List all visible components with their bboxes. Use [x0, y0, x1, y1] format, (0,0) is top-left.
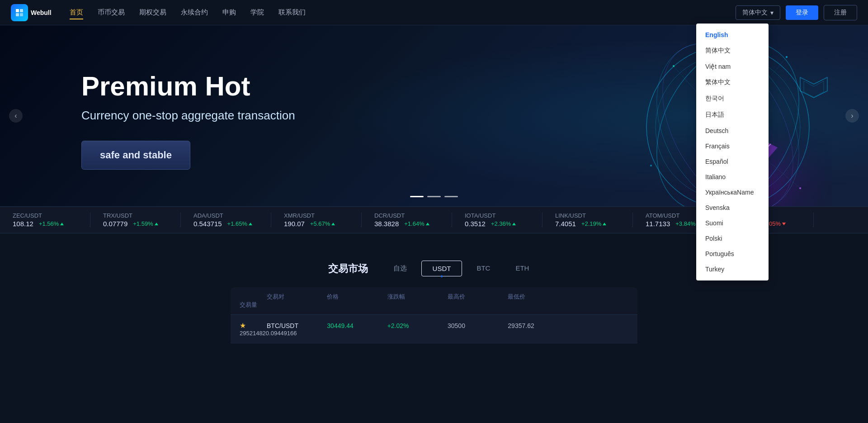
safe-stable-button[interactable]: safe and stable	[81, 141, 190, 170]
language-selector[interactable]: 简体中文 ▾	[736, 5, 780, 20]
ticker-items: ZEC/USDT 108.12 +1.56% TRX/USDT 0.07779 …	[0, 212, 814, 228]
lang-option-Español[interactable]: Español	[696, 154, 769, 169]
svg-rect-0	[16, 9, 19, 12]
lang-option-Suomi[interactable]: Suomi	[696, 215, 769, 231]
nav-item-期权交易[interactable]: 期权交易	[139, 6, 166, 19]
col-header: 交易对	[267, 293, 327, 301]
header-right: 简体中文 ▾ 登录 注册	[736, 5, 857, 20]
market-tab-USDT[interactable]: USDT	[421, 261, 462, 276]
row-price: 30449.44	[327, 322, 387, 329]
ticker-price: 38.3828	[374, 220, 399, 228]
pair-name: BTC/USDT	[267, 322, 327, 329]
ticker-price: 11.7133	[646, 220, 670, 228]
lang-label: 简体中文	[742, 9, 768, 17]
ticker-pair: XMR/USDT	[284, 212, 349, 219]
col-header: 最低价	[508, 293, 628, 301]
lang-option-繁体中文[interactable]: 繁体中文	[696, 74, 769, 90]
nav-item-联系我们[interactable]: 联系我们	[278, 6, 306, 19]
chevron-right-icon: ›	[851, 112, 853, 120]
ticker-pair: IOTA/USDT	[465, 212, 529, 219]
lang-option-Français[interactable]: Français	[696, 138, 769, 154]
market-tab-ETH[interactable]: ETH	[505, 261, 540, 276]
market-tabs: 自选USDTBTCETH	[382, 261, 540, 276]
svg-rect-2	[16, 13, 19, 16]
svg-rect-1	[20, 9, 23, 12]
ticker-pair: LINK/USDT	[555, 212, 620, 219]
ticker-item-ADA/USDT[interactable]: ADA/USDT 0.543715 +1.65%	[181, 212, 271, 228]
ticker-price: 108.12	[13, 220, 33, 228]
market-tab-自选[interactable]: 自选	[382, 261, 418, 276]
banner-next-button[interactable]: ›	[845, 109, 859, 123]
market-tab-BTC[interactable]: BTC	[466, 261, 501, 276]
lang-option-УкраїнськаName[interactable]: УкраїнськаName	[696, 185, 769, 200]
market-table: 交易对价格涨跌幅最高价最低价交易量 ★ BTC/USDT 30449.44 +2…	[231, 287, 637, 343]
lang-option-Português[interactable]: Português	[696, 246, 769, 261]
register-button[interactable]: 注册	[824, 5, 857, 20]
ticker-item-TRX/USDT[interactable]: TRX/USDT 0.07779 +1.59%	[90, 212, 181, 228]
market-table-header: 交易对价格涨跌幅最高价最低价交易量	[231, 287, 637, 315]
logo[interactable]: Webull	[11, 4, 52, 21]
lang-option-Polski[interactable]: Polski	[696, 231, 769, 246]
main-nav: 首页币币交易期权交易永续合约申购学院联系我们	[70, 6, 736, 19]
banner-dot-2[interactable]	[427, 196, 441, 197]
ticker-change: +5.67%	[310, 220, 335, 227]
col-header: 价格	[327, 293, 387, 301]
banner-content: Premium Hot Currency one-stop aggregate …	[0, 62, 295, 170]
market-title: 交易市场	[328, 262, 368, 276]
ticker-price: 0.543715	[193, 220, 222, 228]
lang-option-Deutsch[interactable]: Deutsch	[696, 123, 769, 138]
banner-title: Premium Hot	[81, 71, 295, 101]
lang-option-한국어[interactable]: 한국어	[696, 90, 769, 107]
nav-item-申购[interactable]: 申购	[222, 6, 236, 19]
banner-subtitle: Currency one-stop aggregate transaction	[81, 109, 295, 123]
row-volume: 295214820.09449166	[240, 330, 267, 337]
ticker-item-DCR/USDT[interactable]: DCR/USDT 38.3828 +1.64%	[362, 212, 452, 228]
banner-prev-button[interactable]: ‹	[9, 109, 23, 123]
ticker-change: +1.56%	[39, 220, 64, 227]
ticker-pair: ZEC/USDT	[13, 212, 77, 219]
logo-text: Webull	[31, 9, 52, 16]
ticker-price: 0.3512	[465, 220, 486, 228]
ticker-pair: DCR/USDT	[374, 212, 439, 219]
ticker-price: 7.4051	[555, 220, 576, 228]
banner-dot-1[interactable]	[410, 196, 424, 197]
lang-option-Svenska[interactable]: Svenska	[696, 200, 769, 215]
row-low: 29357.62	[508, 322, 628, 329]
row-high: 30500	[448, 322, 508, 329]
nav-item-永续合约[interactable]: 永续合约	[181, 6, 208, 19]
row-change: +2.02%	[387, 322, 448, 329]
col-header	[240, 293, 267, 301]
col-header: 最高价	[448, 293, 508, 301]
lang-option-简体中文[interactable]: 简体中文	[696, 43, 769, 59]
table-row[interactable]: ★ BTC/USDT 30449.44 +2.02% 30500 29357.6…	[231, 315, 637, 343]
lang-option-Italiano[interactable]: Italiano	[696, 169, 769, 185]
ticker-item-LINK/USDT[interactable]: LINK/USDT 7.4051 +2.19%	[542, 212, 633, 228]
chevron-down-icon: ▾	[770, 9, 774, 16]
ticker-item-ZEC/USDT[interactable]: ZEC/USDT 108.12 +1.56%	[0, 212, 90, 228]
ticker-change: +2.19%	[581, 220, 606, 227]
chevron-left-icon: ‹	[14, 112, 17, 120]
login-button[interactable]: 登录	[786, 5, 818, 20]
ticker-pair: ADA/USDT	[193, 212, 258, 219]
lang-option-English[interactable]: English	[696, 27, 769, 43]
ticker-change: +1.65%	[227, 220, 252, 227]
nav-item-首页[interactable]: 首页	[70, 6, 83, 19]
ticker-change: +2.36%	[491, 220, 516, 227]
banner-pagination	[410, 196, 458, 197]
header: Webull 首页币币交易期权交易永续合约申购学院联系我们 简体中文 ▾ 登录 …	[0, 0, 868, 25]
nav-item-学院[interactable]: 学院	[250, 6, 264, 19]
ticker-item-IOTA/USDT[interactable]: IOTA/USDT 0.3512 +2.36%	[452, 212, 542, 228]
lang-option-Việtnam[interactable]: Việt nam	[696, 59, 769, 74]
favorite-star[interactable]: ★	[240, 321, 267, 330]
ticker-price: 190.07	[284, 220, 305, 228]
nav-item-币币交易[interactable]: 币币交易	[98, 6, 125, 19]
svg-point-14	[650, 165, 652, 166]
lang-option-Turkey[interactable]: Turkey	[696, 261, 769, 277]
ticker-price: 0.07779	[103, 220, 127, 228]
ticker-change: +1.64%	[404, 220, 429, 227]
banner-dot-3[interactable]	[444, 196, 458, 197]
language-dropdown: English简体中文Việt nam繁体中文한국어日本語DeutschFran…	[696, 24, 769, 280]
logo-icon	[11, 4, 28, 21]
ticker-item-XMR/USDT[interactable]: XMR/USDT 190.07 +5.67%	[271, 212, 362, 228]
lang-option-日本語[interactable]: 日本語	[696, 107, 769, 123]
